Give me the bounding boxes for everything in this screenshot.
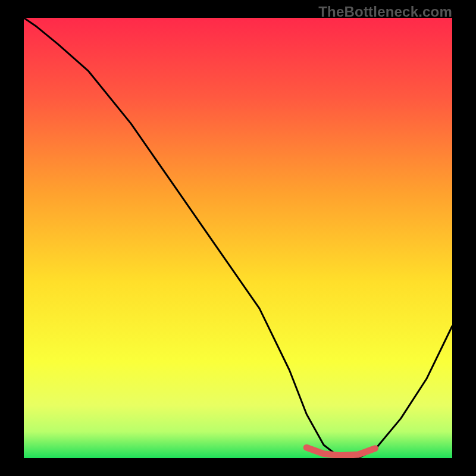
- chart-frame: TheBottleneck.com: [0, 0, 476, 476]
- chart-svg: [24, 18, 452, 458]
- chart-canvas: [24, 18, 452, 458]
- svg-rect-0: [24, 18, 452, 458]
